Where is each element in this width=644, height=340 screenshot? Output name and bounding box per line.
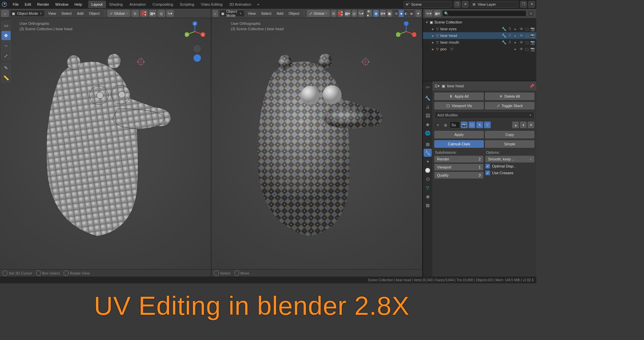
snap-button-r[interactable]: 🧲 <box>338 10 343 17</box>
orientation-selector[interactable]: ⤢ Global ▾ <box>107 10 130 17</box>
workspace-tab-video-editing[interactable]: Video Editing <box>198 1 226 8</box>
modifier-name-input[interactable]: Su <box>450 122 460 128</box>
workspace-tab-layout[interactable]: Layout <box>88 1 106 8</box>
delete-layer-button[interactable]: ✕ <box>528 1 535 8</box>
prop-tab-particles[interactable]: ✦ <box>424 157 432 165</box>
shading-solid-icon[interactable]: ● <box>399 10 404 17</box>
apply-all-button[interactable]: ⬇Apply All <box>434 93 484 100</box>
view-layer-selector[interactable]: ▣ <box>470 1 518 8</box>
mod-cage-toggle[interactable]: ▽ <box>484 122 491 128</box>
scene-name-input[interactable] <box>411 2 451 6</box>
workspace-tab-scripting[interactable]: Scripting <box>176 1 198 8</box>
menu-help[interactable]: Help <box>72 1 85 8</box>
workspace-tab-2d-animation[interactable]: 2D Animation <box>226 1 254 8</box>
select-menu[interactable]: Select <box>59 11 74 15</box>
prop-tab-output[interactable]: 🔧 <box>424 94 432 102</box>
outliner-filter[interactable]: ▿ <box>528 10 534 17</box>
outliner-item-bear-head[interactable]: ▸▽ bear head 🔧⠿▸👁▢📷 <box>423 32 536 39</box>
object-menu[interactable]: Object <box>87 11 102 15</box>
nav-gizmo-r[interactable] <box>396 21 416 42</box>
view-object-types[interactable]: 👁▾ <box>367 10 372 17</box>
prop-tab-mesh[interactable]: ⏣ <box>424 175 432 183</box>
mod-realtime-toggle[interactable]: 🖵 <box>469 122 475 128</box>
view-menu-r[interactable]: View <box>246 11 258 15</box>
view-menu[interactable]: View <box>46 11 58 15</box>
prop-tab-physics[interactable]: ⚪ <box>424 166 432 174</box>
outliner-view[interactable]: ▣▾ <box>434 10 441 17</box>
prop-tab-world[interactable]: ◆ <box>424 120 432 128</box>
blender-logo-icon[interactable] <box>0 0 9 9</box>
tool-cursor[interactable]: ✥ <box>1 31 11 40</box>
render-subdiv-field[interactable]: Render2 <box>434 156 483 162</box>
tool-transform[interactable]: ⤢ <box>1 51 11 60</box>
toggle-stack-button[interactable]: ⤢Toggle Stack <box>485 102 534 109</box>
viewport-vis-button[interactable]: 🖵Viewport Vis <box>434 102 484 109</box>
shading-lookdev-icon[interactable]: ◐ <box>404 10 409 17</box>
simple-button[interactable]: Simple <box>485 140 534 148</box>
copy-button[interactable]: Copy <box>485 131 534 138</box>
add-menu[interactable]: Add <box>75 11 86 15</box>
pan-gizmo[interactable] <box>194 54 201 62</box>
prop-tab-material[interactable]: ◉ <box>424 192 432 200</box>
zoom-gizmo[interactable] <box>194 45 201 52</box>
workspace-tab-compositing[interactable]: Compositing <box>149 1 176 8</box>
proportional-button-r[interactable]: ◎ <box>352 10 357 17</box>
snap-button[interactable]: 🧲 <box>140 10 148 17</box>
snap-target-r[interactable]: ▦▾ <box>344 10 351 17</box>
mod-edit-toggle[interactable]: ✎ <box>476 122 483 128</box>
menu-render[interactable]: Render <box>35 1 52 8</box>
tool-move[interactable]: ↔ <box>1 41 11 50</box>
shading-options[interactable]: ▾ <box>416 10 421 17</box>
tool-select[interactable]: ▭ <box>1 21 11 30</box>
outliner-item-bear-mouth[interactable]: ▸▽ bear mouth 🔧⠿▸👁▢📷 <box>423 39 536 46</box>
new-layer-button[interactable]: ❐ <box>520 1 527 8</box>
menu-edit[interactable]: Edit <box>22 1 34 8</box>
viewport-right[interactable]: User Orthographic (3) Scene Collection |… <box>211 18 422 269</box>
menu-window[interactable]: Window <box>53 1 71 8</box>
snap-target[interactable]: ▦▾ <box>149 10 156 17</box>
workspace-tab-shading[interactable]: Shading <box>106 1 126 8</box>
viewport-subdiv-field[interactable]: Viewport1 <box>434 164 483 171</box>
prop-tab-vertex[interactable]: ▽ <box>424 184 432 192</box>
prop-tab-texture[interactable]: ▩ <box>424 201 432 209</box>
outliner-search[interactable]: 🔍 <box>442 10 526 16</box>
outliner-item-poo[interactable]: ▸▽ poo ▽ ▸👁▢📷 <box>423 46 536 52</box>
object-menu-r[interactable]: Object <box>287 11 302 15</box>
tool-measure[interactable]: 📏 <box>1 73 11 83</box>
move-down-icon[interactable]: ▾ <box>520 122 527 128</box>
xray-toggle[interactable]: ▣ <box>387 10 392 17</box>
outliner-item-bear-eyes[interactable]: ▸▽ bear eyes 🔧⠿▸👁▢📷 <box>423 26 536 32</box>
select-menu-r[interactable]: Select <box>259 11 273 15</box>
delete-all-button[interactable]: ✕Delete All <box>485 93 534 100</box>
prop-tab-render[interactable]: ≔ <box>424 83 432 91</box>
outliner-display-mode[interactable]: ≔▾ <box>425 10 432 17</box>
outliner-collection[interactable]: ▾▣ Scene Collection <box>423 19 536 26</box>
prop-tab-object[interactable]: 🌐 <box>424 129 432 137</box>
viewport-left[interactable]: ▭ ✥ ↔ ⤢ ✎ 📏 User Orthographic (3) Scene … <box>0 18 211 269</box>
mode-selector-r[interactable]: ▣ Object Mode ▾ <box>219 10 245 17</box>
new-scene-button[interactable]: ❐ <box>454 1 461 8</box>
gizmo-toggle[interactable]: ◈ <box>373 10 379 17</box>
shading-wireframe-icon[interactable]: ⊞ <box>394 10 399 17</box>
overlay-toggle[interactable]: ⊕▾ <box>380 10 386 17</box>
add-menu-r[interactable]: Add <box>275 11 285 15</box>
shading-mode[interactable]: ⊞ ● ◐ ◉ <box>393 10 414 17</box>
workspace-tab-animation[interactable]: Animation <box>126 1 149 8</box>
uv-smooth-dropdown[interactable]: Smooth, keep ..▾ <box>485 156 534 162</box>
pivot-button[interactable]: ⊙ <box>131 10 139 17</box>
delete-modifier-button[interactable]: ✕ <box>528 122 534 128</box>
menu-file[interactable]: File <box>10 1 21 8</box>
expand-icon[interactable]: ▾ <box>434 122 441 128</box>
editor-type-icon-r[interactable]: ⬨ <box>213 10 218 17</box>
mode-selector[interactable]: ▣ Object Mode ▾ <box>10 10 45 17</box>
use-creases-check[interactable]: ✓Use Creases <box>485 171 534 175</box>
editor-type-icon[interactable]: ⬨ <box>1 10 9 17</box>
scene-selector[interactable]: ◆⁰ <box>404 1 452 8</box>
apply-button[interactable]: Apply <box>434 131 484 138</box>
shading-rendered-icon[interactable]: ◉ <box>409 10 414 17</box>
move-up-icon[interactable]: ▴ <box>512 122 519 128</box>
add-modifier-dropdown[interactable]: Add Modifier▾ <box>434 111 534 119</box>
prop-tab-constraints[interactable]: ▦ <box>424 140 432 148</box>
falloff-button[interactable]: ∿▾ <box>166 10 174 17</box>
pin-icon[interactable]: 📌 <box>530 84 534 88</box>
